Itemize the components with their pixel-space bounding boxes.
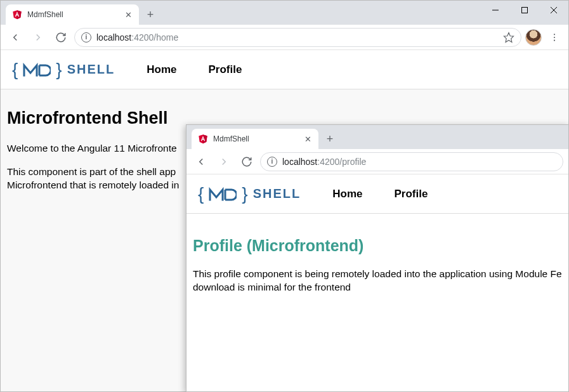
svg-point-7 <box>554 34 555 35</box>
page-paragraph: download is minimal for the frontend <box>193 281 562 294</box>
page-content: Profile (Microfrontend) This profile com… <box>186 214 568 391</box>
url-port: :4200 <box>131 32 154 42</box>
address-bar: i localhost:4200/home <box>1 25 568 50</box>
browser-window-front: MdmfShell ✕ + i localhost:4200/profile {… <box>186 124 569 392</box>
tab-close-icon[interactable]: ✕ <box>124 10 133 19</box>
titlebar: MdmfShell ✕ + <box>186 125 568 149</box>
nav-back-button[interactable] <box>192 152 211 171</box>
app-nav: Home Profile <box>326 188 428 200</box>
url-text: localhost:4200/home <box>96 32 178 42</box>
bookmark-star-icon[interactable] <box>503 32 514 43</box>
browser-tab[interactable]: MdmfShell ✕ <box>6 4 139 25</box>
nav-forward-button[interactable] <box>214 152 233 171</box>
logo-md-icon <box>209 187 237 201</box>
svg-point-8 <box>554 36 555 37</box>
nav-link-profile[interactable]: Profile <box>209 63 242 76</box>
url-port: :4200 <box>317 157 339 167</box>
nav-link-profile[interactable]: Profile <box>395 188 428 200</box>
tab-title: MdmfShell <box>27 10 119 19</box>
new-tab-button[interactable]: + <box>141 6 159 23</box>
page-paragraph: This profile component is being remotely… <box>193 268 562 281</box>
url-path: /home <box>154 32 178 42</box>
profile-avatar[interactable] <box>525 29 542 46</box>
angular-favicon-icon <box>12 10 22 20</box>
svg-point-9 <box>554 39 555 41</box>
app-header: { } SHELL Home Profile <box>186 174 568 214</box>
logo-brace-right-icon: } <box>242 184 247 204</box>
new-tab-button[interactable]: + <box>321 130 339 148</box>
app-header: { } SHELL Home Profile <box>1 50 568 89</box>
titlebar: MdmfShell ✕ + <box>1 1 568 25</box>
logo-brace-right-icon: } <box>56 60 62 80</box>
svg-rect-3 <box>522 8 528 13</box>
logo-md-icon <box>23 63 51 77</box>
app-logo[interactable]: { } SHELL <box>12 60 115 80</box>
page-heading: Profile (Microfrontend) <box>193 237 562 255</box>
omnibox[interactable]: i localhost:4200/profile <box>260 152 563 171</box>
browser-menu-button[interactable] <box>546 29 563 46</box>
url-host: localhost <box>96 32 131 42</box>
logo-text: SHELL <box>253 186 301 201</box>
nav-reload-button[interactable] <box>51 28 70 47</box>
nav-reload-button[interactable] <box>237 152 256 171</box>
url-text: localhost:4200/profile <box>282 157 366 167</box>
omnibox[interactable]: i localhost:4200/home <box>74 28 521 47</box>
site-info-icon[interactable]: i <box>81 32 91 42</box>
address-bar: i localhost:4200/profile <box>186 149 568 174</box>
minimize-button[interactable] <box>481 1 510 20</box>
window-controls <box>481 1 568 20</box>
nav-back-button[interactable] <box>6 28 25 47</box>
nav-link-home[interactable]: Home <box>332 188 362 200</box>
maximize-button[interactable] <box>510 1 539 20</box>
angular-favicon-icon <box>198 134 208 144</box>
url-path: /profile <box>339 157 366 167</box>
nav-link-home[interactable]: Home <box>147 63 176 76</box>
svg-marker-6 <box>504 32 514 42</box>
logo-brace-left-icon: { <box>12 60 18 80</box>
nav-forward-button[interactable] <box>29 28 48 47</box>
tab-title: MdmfShell <box>213 134 298 143</box>
tab-close-icon[interactable]: ✕ <box>303 134 312 143</box>
app-logo[interactable]: { } SHELL <box>198 184 301 204</box>
logo-text: SHELL <box>67 62 115 77</box>
url-host: localhost <box>282 157 317 167</box>
window-close-button[interactable] <box>539 1 568 20</box>
browser-tab[interactable]: MdmfShell ✕ <box>192 129 318 149</box>
site-info-icon[interactable]: i <box>267 157 277 167</box>
app-nav: Home Profile <box>140 63 242 76</box>
logo-brace-left-icon: { <box>198 184 204 204</box>
